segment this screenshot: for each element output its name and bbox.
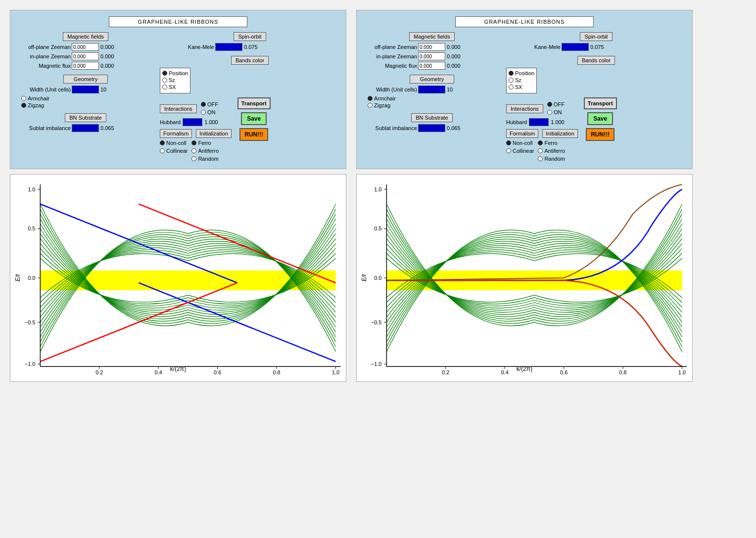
bands-color-label-1: Bands color (231, 56, 269, 65)
bands-color-section-2: Bands color Position Sz (506, 56, 686, 93)
on-label-1: ON (207, 109, 216, 115)
geometry-label-1: Geometry (63, 75, 108, 84)
armchair-radio-dot-1 (21, 96, 26, 101)
antiferro-radio-1[interactable]: Antiferro (191, 148, 219, 154)
width-label-2: Width (Unit cells) (363, 87, 417, 92)
chart-2: E/t (356, 174, 693, 382)
antiferro-radio-2[interactable]: Antiferro (538, 148, 565, 154)
zigzag-radio-1[interactable]: Zigzag (21, 102, 155, 108)
kane-mele-input-2[interactable] (562, 43, 589, 51)
zigzag-radio-2[interactable]: Zigzag (368, 102, 501, 108)
magnetic-flux-label-2: Magnetic flux (363, 63, 417, 69)
geometry-section-1: Geometry Width (Unit cells) 10 Armchair (16, 75, 155, 108)
kane-mele-value-1: 0.075 (244, 44, 258, 50)
sx-radio-2[interactable]: SX (509, 84, 534, 90)
radio-bottom-row-1: Non-coll Collinear (160, 140, 232, 163)
magnetic-flux-label-1: Magnetic flux (16, 63, 71, 69)
hubbard-input-2[interactable] (529, 118, 549, 126)
svg-text:−1.0: −1.0 (371, 361, 382, 367)
run-button-1[interactable]: RUN!!! (239, 128, 268, 141)
non-coll-radio-1[interactable]: Non-coll (160, 140, 188, 146)
on-radio-1[interactable]: ON (201, 109, 218, 115)
position-radio-1[interactable]: Position (162, 70, 188, 76)
transport-button-1[interactable]: Transport (237, 97, 271, 109)
bands-color-label-2: Bands color (577, 56, 615, 65)
armchair-radio-2[interactable]: Armchair (368, 95, 501, 101)
sx-radio-dot-1 (162, 85, 167, 90)
svg-text:0.6: 0.6 (214, 369, 221, 375)
on-radio-dot-2 (547, 110, 552, 115)
bottom-row: E/t (10, 174, 746, 382)
sublat-input-1[interactable] (72, 124, 99, 132)
sublat-label-1: Sublat imbalance (16, 125, 71, 131)
in-plane-zeeman-input-2[interactable] (418, 52, 445, 60)
hubbard-input-1[interactable] (183, 118, 202, 126)
random-label-2: Random (544, 156, 565, 162)
in-plane-zeeman-input-1[interactable] (72, 52, 99, 60)
random-radio-1[interactable]: Random (191, 156, 219, 162)
svg-text:0.8: 0.8 (273, 369, 280, 375)
panel-2: GRAPHENE-LIKE RIBBONS Magnetic fields of… (356, 10, 693, 169)
chart-1-y-label: E/t (14, 274, 21, 282)
collinear-radio-1[interactable]: Collinear (160, 148, 188, 154)
sx-radio-1[interactable]: SX (162, 84, 188, 90)
off-plane-zeeman-input-2[interactable] (418, 43, 445, 51)
right-buttons-2: Transport Save RUN!!! (584, 97, 617, 141)
geometry-section-2: Geometry Width (Unit cells) 10 Armchair (363, 75, 501, 108)
sublat-input-2[interactable] (418, 124, 445, 132)
init-radios-2: Ferro Antiferro Random (538, 140, 565, 163)
in-plane-zeeman-value-2: 0.000 (447, 53, 461, 59)
interactions-area-2: Interactions OFF ON (506, 97, 686, 163)
geometry-label-2: Geometry (410, 75, 454, 84)
kane-mele-input-1[interactable] (215, 43, 242, 51)
sz-radio-2[interactable]: Sz (509, 77, 534, 83)
transport-button-2[interactable]: Transport (584, 97, 617, 109)
save-button-1[interactable]: Save (241, 112, 267, 125)
geometry-radio-group-1: Armchair Zigzag (21, 95, 155, 108)
on-radio-2[interactable]: ON (547, 109, 565, 115)
position-radio-2[interactable]: Position (509, 70, 534, 76)
save-button-2[interactable]: Save (587, 112, 613, 125)
random-label-1: Random (198, 156, 219, 162)
formalism-radios-2: Non-coll Collinear (506, 140, 534, 163)
off-radio-1[interactable]: OFF (201, 101, 218, 107)
position-label-2: Position (515, 70, 534, 76)
antiferro-label-1: Antiferro (198, 148, 219, 154)
magnetic-flux-input-1[interactable] (72, 62, 99, 70)
kane-mele-row-2: Kane-Mele 0.075 (506, 43, 686, 51)
svg-text:1.0: 1.0 (332, 369, 339, 375)
width-input-2[interactable] (418, 86, 445, 93)
ferro-radio-1[interactable]: Ferro (191, 140, 219, 146)
off-radio-dot-2 (547, 102, 552, 107)
run-button-2[interactable]: RUN!!! (586, 128, 614, 141)
random-radio-2[interactable]: Random (538, 156, 565, 162)
antiferro-dot-1 (191, 148, 196, 153)
sz-radio-1[interactable]: Sz (162, 77, 188, 83)
chart-2-y-label: E/t (361, 274, 368, 282)
width-input-1[interactable] (72, 86, 99, 93)
ferro-radio-2[interactable]: Ferro (538, 140, 565, 146)
radio-bottom-row-2: Non-coll Collinear (506, 140, 578, 163)
kane-mele-label-2: Kane-Mele (506, 44, 561, 50)
magnetic-flux-input-2[interactable] (418, 62, 445, 70)
position-radio-dot-2 (509, 71, 514, 76)
sublat-row-1: Sublat imbalance 0.065 (16, 124, 155, 132)
interactions-label-2: Interactions (506, 104, 543, 113)
spin-orbit-section-2: Spin-orbit Kane-Mele 0.075 (506, 32, 686, 51)
armchair-radio-1[interactable]: Armchair (21, 95, 155, 101)
off-radio-2[interactable]: OFF (547, 101, 565, 107)
svg-text:1.0: 1.0 (678, 369, 686, 375)
random-dot-1 (191, 156, 196, 161)
collinear-radio-2[interactable]: Collinear (506, 148, 534, 154)
off-plane-zeeman-label-2: off-plane Zeeman (363, 44, 417, 50)
bands-color-box-1: Position Sz SX (160, 68, 190, 93)
panel-2-right: Spin-orbit Kane-Mele 0.075 Bands color (506, 32, 686, 163)
bn-section-2: BN Substrate Sublat imbalance 0.065 (363, 113, 501, 132)
on-radio-dot-1 (201, 110, 206, 115)
ferro-label-2: Ferro (544, 140, 557, 146)
formalism-init-row-2: Formalism Initialization (506, 129, 578, 138)
magnetic-flux-value-2: 0.000 (447, 63, 461, 69)
non-coll-radio-2[interactable]: Non-coll (506, 140, 534, 146)
off-plane-zeeman-input-1[interactable] (72, 43, 99, 51)
bands-color-section-1: Bands color Position Sz (160, 56, 340, 93)
